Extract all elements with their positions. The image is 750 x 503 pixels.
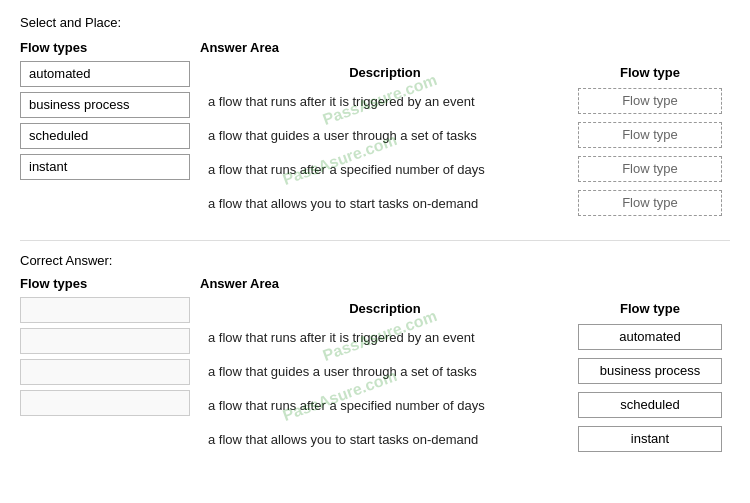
flow-type-item-empty <box>20 297 190 323</box>
flow-type-box[interactable]: Flow type <box>578 156 722 182</box>
section2-layout: Flow types Answer Area PassAsure.com Pas… <box>20 276 730 456</box>
description-cell: a flow that runs after a specified numbe… <box>200 152 570 186</box>
description-cell: a flow that runs after it is triggered b… <box>200 84 570 118</box>
flow-type-item-empty <box>20 390 190 416</box>
answer-cell[interactable]: Flow type <box>570 118 730 152</box>
answer-table-correct: Description Flow type a flow that runs a… <box>200 297 730 456</box>
flow-type-col-header: Flow type <box>570 61 730 84</box>
description-cell: a flow that guides a user through a set … <box>200 354 570 388</box>
answer-cell-correct: business process <box>570 354 730 388</box>
flow-type-item-empty <box>20 359 190 385</box>
table-row: a flow that allows you to start tasks on… <box>200 186 730 220</box>
answer-area-column: Answer Area PassAsure.com PassAsure.com … <box>200 40 730 220</box>
flow-type-box[interactable]: Flow type <box>578 88 722 114</box>
answer-table-wrapper: PassAsure.com PassAsure.com Description … <box>200 61 730 220</box>
table-row: a flow that guides a user through a set … <box>200 118 730 152</box>
flow-type-item[interactable]: business process <box>20 92 190 118</box>
correct-answer-title: Correct Answer: <box>20 253 730 268</box>
answer-table: Description Flow type a flow that runs a… <box>200 61 730 220</box>
flow-type-item[interactable]: scheduled <box>20 123 190 149</box>
table-row: a flow that runs after it is triggered b… <box>200 84 730 118</box>
answer-cell[interactable]: Flow type <box>570 84 730 118</box>
table-row: a flow that allows you to start tasks on… <box>200 422 730 456</box>
flow-types-header-correct: Flow types <box>20 276 190 291</box>
answer-cell-correct: automated <box>570 320 730 354</box>
answer-area-header: Answer Area <box>200 40 730 55</box>
table-row: a flow that runs after a specified numbe… <box>200 388 730 422</box>
flow-types-column-correct: Flow types <box>20 276 190 456</box>
description-cell: a flow that runs after a specified numbe… <box>200 388 570 422</box>
table-row: a flow that runs after a specified numbe… <box>200 152 730 186</box>
section-divider <box>20 240 730 241</box>
answer-cell[interactable]: Flow type <box>570 186 730 220</box>
flow-type-box-filled: instant <box>578 426 722 452</box>
description-cell: a flow that allows you to start tasks on… <box>200 422 570 456</box>
answer-table-wrapper-correct: PassAsure.com PassAsure.com Description … <box>200 297 730 456</box>
description-col-header: Description <box>200 61 570 84</box>
flow-type-box-filled: scheduled <box>578 392 722 418</box>
description-col-header-correct: Description <box>200 297 570 320</box>
select-and-place-title: Select and Place: <box>20 15 730 30</box>
flow-type-box[interactable]: Flow type <box>578 190 722 216</box>
table-row: a flow that guides a user through a set … <box>200 354 730 388</box>
answer-cell-correct: instant <box>570 422 730 456</box>
flow-type-col-header-correct: Flow type <box>570 297 730 320</box>
description-cell: a flow that allows you to start tasks on… <box>200 186 570 220</box>
flow-type-box[interactable]: Flow type <box>578 122 722 148</box>
answer-area-column-correct: Answer Area PassAsure.com PassAsure.com … <box>200 276 730 456</box>
table-row: a flow that runs after it is triggered b… <box>200 320 730 354</box>
flow-type-item[interactable]: instant <box>20 154 190 180</box>
answer-area-header-correct: Answer Area <box>200 276 730 291</box>
answer-cell[interactable]: Flow type <box>570 152 730 186</box>
flow-type-item[interactable]: automated <box>20 61 190 87</box>
flow-types-header: Flow types <box>20 40 190 55</box>
description-cell: a flow that guides a user through a set … <box>200 118 570 152</box>
correct-answer-section: Correct Answer: Flow types Answer Area P… <box>20 253 730 456</box>
flow-type-item-empty <box>20 328 190 354</box>
select-and-place-section: Select and Place: Flow types automated b… <box>20 15 730 220</box>
flow-types-column: Flow types automated business process sc… <box>20 40 190 220</box>
flow-type-box-filled: business process <box>578 358 722 384</box>
section1-layout: Flow types automated business process sc… <box>20 40 730 220</box>
description-cell: a flow that runs after it is triggered b… <box>200 320 570 354</box>
flow-type-box-filled: automated <box>578 324 722 350</box>
answer-cell-correct: scheduled <box>570 388 730 422</box>
